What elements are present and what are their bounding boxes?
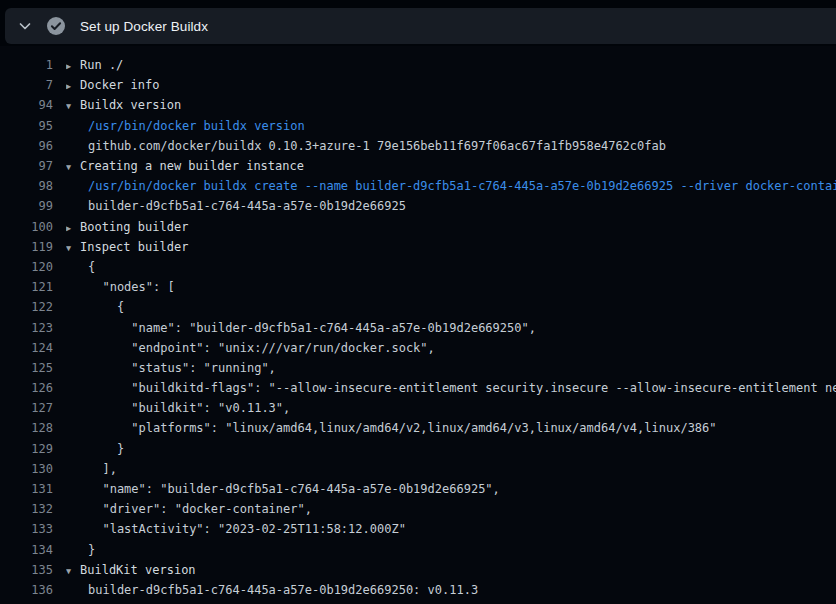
log-row: 121 "nodes": [: [0, 277, 836, 297]
log-row: 126 "buildkitd-flags": "--allow-insecure…: [0, 378, 836, 398]
log-row: 122 {: [0, 297, 836, 317]
output-text: }: [66, 543, 95, 557]
log-row: 136builder-d9cfb5a1-c764-445a-a57e-0b19d…: [0, 580, 836, 600]
line-number[interactable]: 123: [0, 321, 53, 335]
output-text: }: [66, 442, 124, 456]
line-number[interactable]: 122: [0, 300, 53, 314]
output-text: "driver": "docker-container",: [66, 502, 312, 516]
log-lines: 1▶Run ./7▶Docker info94▼Buildx version95…: [0, 55, 836, 600]
output-text: {: [66, 260, 95, 274]
step-title: Set up Docker Buildx: [80, 19, 208, 34]
line-content: /usr/bin/docker buildx version: [66, 119, 836, 133]
line-number[interactable]: 131: [0, 482, 53, 496]
line-number[interactable]: 120: [0, 260, 53, 274]
line-content: ▼BuildKit version: [66, 563, 836, 577]
group-title: BuildKit version: [80, 563, 196, 577]
line-number[interactable]: 129: [0, 442, 53, 456]
line-content: "buildkitd-flags": "--allow-insecure-ent…: [66, 381, 836, 395]
line-number[interactable]: 98: [0, 179, 53, 193]
line-number[interactable]: 134: [0, 543, 53, 557]
output-text: github.com/docker/buildx 0.10.3+azure-1 …: [66, 139, 666, 153]
triangle-collapsed-icon[interactable]: ▶: [66, 81, 80, 91]
line-number[interactable]: 132: [0, 502, 53, 516]
line-content: "name": "builder-d9cfb5a1-c764-445a-a57e…: [66, 321, 836, 335]
triangle-collapsed-icon[interactable]: ▶: [66, 223, 80, 233]
log-row: 129 }: [0, 439, 836, 459]
line-number[interactable]: 99: [0, 199, 53, 213]
line-content: ▼Creating a new builder instance: [66, 159, 836, 173]
log-row: 123 "name": "builder-d9cfb5a1-c764-445a-…: [0, 317, 836, 337]
output-text: "name": "builder-d9cfb5a1-c764-445a-a57e…: [66, 321, 536, 335]
log-row: 95/usr/bin/docker buildx version: [0, 116, 836, 136]
triangle-expanded-icon[interactable]: ▼: [66, 101, 80, 111]
chevron-down-icon[interactable]: [17, 18, 33, 34]
line-content: "buildkit": "v0.11.3",: [66, 401, 836, 415]
output-text: ],: [66, 462, 117, 476]
log-group-row[interactable]: 97▼Creating a new builder instance: [0, 156, 836, 176]
log-row: 99builder-d9cfb5a1-c764-445a-a57e-0b19d2…: [0, 196, 836, 216]
log-group-row[interactable]: 1▶Run ./: [0, 55, 836, 75]
output-text: builder-d9cfb5a1-c764-445a-a57e-0b19d2e6…: [66, 583, 478, 597]
line-content: github.com/docker/buildx 0.10.3+azure-1 …: [66, 139, 836, 153]
log-row: 130 ],: [0, 459, 836, 479]
line-number[interactable]: 96: [0, 139, 53, 153]
line-content: ▶Booting builder: [66, 220, 836, 234]
log-row: 98/usr/bin/docker buildx create --name b…: [0, 176, 836, 196]
line-content: builder-d9cfb5a1-c764-445a-a57e-0b19d2e6…: [66, 583, 836, 597]
line-number[interactable]: 124: [0, 341, 53, 355]
triangle-expanded-icon[interactable]: ▼: [66, 243, 80, 253]
triangle-collapsed-icon[interactable]: ▶: [66, 61, 80, 71]
line-content: }: [66, 543, 836, 557]
group-title: Creating a new builder instance: [80, 159, 304, 173]
command-text: /usr/bin/docker buildx version: [66, 119, 305, 133]
line-number[interactable]: 95: [0, 119, 53, 133]
log-row: 96github.com/docker/buildx 0.10.3+azure-…: [0, 136, 836, 156]
log-row: 133 "lastActivity": "2023-02-25T11:58:12…: [0, 519, 836, 539]
step-header-bar[interactable]: Set up Docker Buildx: [5, 8, 836, 44]
line-content: ▶Run ./: [66, 58, 836, 72]
line-content: "driver": "docker-container",: [66, 502, 836, 516]
triangle-expanded-icon[interactable]: ▼: [66, 162, 80, 172]
line-number[interactable]: 94: [0, 98, 53, 112]
log-row: 127 "buildkit": "v0.11.3",: [0, 398, 836, 418]
line-content: "name": "builder-d9cfb5a1-c764-445a-a57e…: [66, 482, 836, 496]
line-number[interactable]: 97: [0, 159, 53, 173]
log-console: 1▶Run ./7▶Docker info94▼Buildx version95…: [0, 46, 836, 604]
line-number[interactable]: 121: [0, 280, 53, 294]
triangle-expanded-icon[interactable]: ▼: [66, 566, 80, 576]
line-content: builder-d9cfb5a1-c764-445a-a57e-0b19d2e6…: [66, 199, 836, 213]
output-text: "status": "running",: [66, 361, 276, 375]
line-content: ▼Buildx version: [66, 98, 836, 112]
line-number[interactable]: 125: [0, 361, 53, 375]
log-group-row[interactable]: 94▼Buildx version: [0, 95, 836, 115]
line-content: ▶Docker info: [66, 78, 836, 92]
check-circle-icon: [46, 16, 66, 36]
group-title: Docker info: [80, 78, 159, 92]
line-number[interactable]: 130: [0, 462, 53, 476]
line-number[interactable]: 133: [0, 522, 53, 536]
line-number[interactable]: 126: [0, 381, 53, 395]
group-title: Buildx version: [80, 98, 181, 112]
log-row: 128 "platforms": "linux/amd64,linux/amd6…: [0, 418, 836, 438]
log-group-row[interactable]: 100▶Booting builder: [0, 217, 836, 237]
log-row: 125 "status": "running",: [0, 358, 836, 378]
line-number[interactable]: 100: [0, 220, 53, 234]
output-text: {: [66, 300, 124, 314]
line-number[interactable]: 127: [0, 401, 53, 415]
group-title: Inspect builder: [80, 240, 188, 254]
log-row: 131 "name": "builder-d9cfb5a1-c764-445a-…: [0, 479, 836, 499]
log-group-row[interactable]: 119▼Inspect builder: [0, 237, 836, 257]
line-number[interactable]: 119: [0, 240, 53, 254]
line-content: {: [66, 260, 836, 274]
line-content: /usr/bin/docker buildx create --name bui…: [66, 179, 836, 193]
log-group-row[interactable]: 7▶Docker info: [0, 75, 836, 95]
line-number[interactable]: 128: [0, 421, 53, 435]
line-number[interactable]: 136: [0, 583, 53, 597]
line-content: "platforms": "linux/amd64,linux/amd64/v2…: [66, 421, 836, 435]
output-text: "endpoint": "unix:///var/run/docker.sock…: [66, 341, 435, 355]
line-number[interactable]: 135: [0, 563, 53, 577]
line-number[interactable]: 1: [0, 58, 53, 72]
log-group-row[interactable]: 135▼BuildKit version: [0, 560, 836, 580]
line-content: {: [66, 300, 836, 314]
line-number[interactable]: 7: [0, 78, 53, 92]
